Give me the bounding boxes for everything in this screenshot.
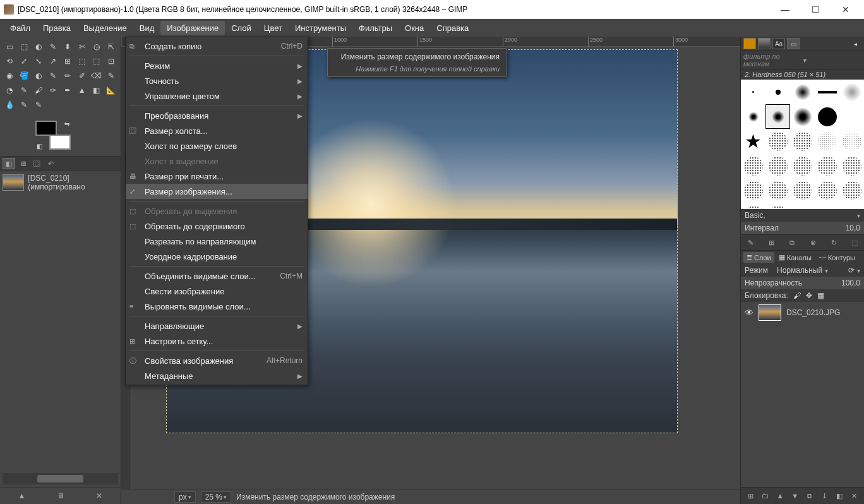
duplicate-brush-icon[interactable]: ⧉ — [786, 237, 798, 248]
tool-button[interactable] — [61, 97, 75, 112]
lock-alpha-icon[interactable]: ▦ — [817, 291, 824, 300]
open-as-image-icon[interactable]: ⬚ — [849, 237, 860, 248]
menu-item[interactable]: Холст по размеру слоев — [126, 138, 308, 153]
brush-filter-input[interactable]: фильтр по меткам ▾ — [741, 51, 864, 69]
menu-фильтры[interactable]: Фильтры — [352, 21, 399, 35]
menu-item[interactable]: ⓘСвойства изображенияAlt+Return — [126, 353, 308, 368]
menu-item[interactable]: Разрезать по направляющим — [126, 234, 308, 249]
menu-файл[interactable]: Файл — [4, 21, 37, 35]
brush-cell[interactable] — [815, 80, 839, 104]
tool-button[interactable]: ⇱ — [104, 39, 118, 54]
tab-history-icon[interactable]: ↶ — [44, 158, 57, 169]
unit-select[interactable]: px ▾ — [174, 491, 196, 503]
tool-button[interactable]: 🪣 — [17, 68, 32, 83]
menu-item[interactable]: Преобразования▶ — [126, 108, 308, 123]
tool-button[interactable]: ✏ — [61, 68, 75, 83]
menu-изображение[interactable]: Изображение — [160, 21, 225, 35]
menu-слой[interactable]: Слой — [225, 21, 258, 35]
raise-layer-icon[interactable]: ▲ — [774, 490, 786, 501]
menu-item[interactable]: Режим▶ — [126, 58, 308, 73]
brush-cell[interactable] — [790, 129, 815, 153]
brush-cell[interactable]: ★ — [741, 129, 765, 153]
swap-colors-icon[interactable]: ⇆ — [64, 121, 69, 128]
tool-button[interactable] — [104, 97, 118, 112]
brush-cell[interactable] — [839, 203, 864, 209]
mask-icon[interactable]: ◧ — [834, 490, 845, 501]
menu-выделение[interactable]: Выделение — [77, 21, 133, 35]
brush-cell[interactable] — [839, 178, 864, 203]
merge-down-icon[interactable]: ⤓ — [819, 490, 831, 501]
brush-cell[interactable] — [741, 104, 765, 129]
brush-cell[interactable] — [765, 178, 790, 203]
delete-brush-icon[interactable]: ⊗ — [807, 237, 819, 248]
layer-mode-select[interactable]: Режим Нормальный ▾ ⟳ ▾ — [741, 264, 864, 277]
dropdown-icon[interactable]: ▾ — [803, 57, 862, 64]
tab-menu-icon[interactable]: ◂ — [849, 38, 861, 49]
brush-cell[interactable] — [790, 80, 815, 104]
new-display-button[interactable]: 🖥 — [54, 489, 68, 503]
tool-button[interactable]: ✒ — [61, 83, 75, 97]
tool-button[interactable]: ⬚ — [75, 54, 89, 68]
tool-button[interactable]: ↗ — [46, 54, 61, 68]
menu-правка[interactable]: Правка — [37, 21, 77, 35]
layer-row[interactable]: 👁 DSC_0210.JPG — [741, 302, 864, 323]
brush-preset-select[interactable]: Basic, ▾ — [741, 209, 864, 222]
brush-cell[interactable] — [765, 129, 790, 153]
tool-button[interactable]: ◐ — [32, 68, 46, 83]
delete-layer-icon[interactable]: ✕ — [849, 490, 860, 501]
brush-cell[interactable] — [815, 129, 839, 153]
tab-tool-options-icon[interactable]: ◧ — [3, 158, 15, 169]
menu-вид[interactable]: Вид — [133, 21, 161, 35]
brush-cell[interactable] — [741, 203, 765, 209]
brush-cell[interactable] — [790, 178, 815, 203]
menu-item[interactable]: ⬚Обрезать до содержимого — [126, 219, 308, 234]
brush-cell[interactable] — [839, 153, 864, 178]
dock-tab[interactable]: ▦Каналы — [776, 252, 815, 263]
menu-item[interactable]: ⤢Размер изображения... — [126, 184, 308, 199]
image-list-item[interactable]: [DSC_0210] (импортировано — [0, 171, 121, 194]
tool-button[interactable]: ⤢ — [17, 54, 32, 68]
tool-button[interactable]: ▲ — [75, 83, 89, 97]
tool-button[interactable]: ◶ — [89, 39, 104, 54]
color-bg[interactable] — [49, 135, 71, 150]
menu-цвет[interactable]: Цвет — [258, 21, 289, 35]
tool-button[interactable]: ▭ — [3, 39, 17, 54]
menu-item[interactable]: Метаданные▶ — [126, 368, 308, 383]
menu-item[interactable]: Объединить видимые слои...Ctrl+M — [126, 268, 308, 284]
tool-button[interactable]: 💧 — [3, 97, 17, 112]
close-button[interactable]: ✕ — [831, 0, 860, 19]
tool-button[interactable]: ⌫ — [89, 68, 104, 83]
brush-cell[interactable] — [790, 203, 815, 209]
brush-cell[interactable] — [839, 80, 864, 104]
delete-button[interactable]: ✕ — [92, 489, 106, 503]
tool-button[interactable]: ✎ — [17, 97, 32, 112]
tab-patterns-icon[interactable] — [758, 38, 771, 49]
brush-cell[interactable] — [765, 153, 790, 178]
brush-cell[interactable] — [741, 178, 765, 203]
new-group-icon[interactable]: 🗀 — [760, 490, 771, 501]
lock-pixels-icon[interactable]: 🖌 — [793, 291, 801, 300]
tool-button[interactable]: ✎ — [46, 68, 61, 83]
brush-cell[interactable] — [815, 178, 839, 203]
tool-button[interactable]: 🖌 — [32, 83, 46, 97]
raise-button[interactable]: ▲ — [15, 489, 29, 503]
tool-button[interactable]: ⬚ — [89, 54, 104, 68]
minimize-button[interactable]: — — [771, 0, 800, 19]
tool-button[interactable]: ◧ — [89, 83, 104, 97]
menu-item[interactable]: Направляющие▶ — [126, 318, 308, 333]
menu-item[interactable]: Усердное кадрирование — [126, 249, 308, 264]
tool-button[interactable]: ✐ — [75, 68, 89, 83]
tool-button[interactable]: ⊡ — [104, 54, 118, 68]
tool-button[interactable]: ✑ — [46, 83, 61, 97]
left-scrollbar[interactable] — [3, 473, 118, 484]
tool-button[interactable]: ⬍ — [61, 39, 75, 54]
tab-history-icon[interactable]: ▭ — [787, 38, 800, 49]
tool-button[interactable] — [89, 97, 104, 112]
brush-cell[interactable] — [815, 203, 839, 209]
visibility-icon[interactable]: 👁 — [745, 308, 753, 318]
image-menu-dropdown[interactable]: ⧉Создать копиюCtrl+DРежим▶Точность▶Управ… — [125, 37, 308, 385]
menu-item[interactable]: Управление цветом▶ — [126, 88, 308, 104]
brush-cell[interactable] — [790, 153, 815, 178]
menu-инструменты[interactable]: Инструменты — [289, 21, 352, 35]
menu-окна[interactable]: Окна — [399, 21, 430, 35]
